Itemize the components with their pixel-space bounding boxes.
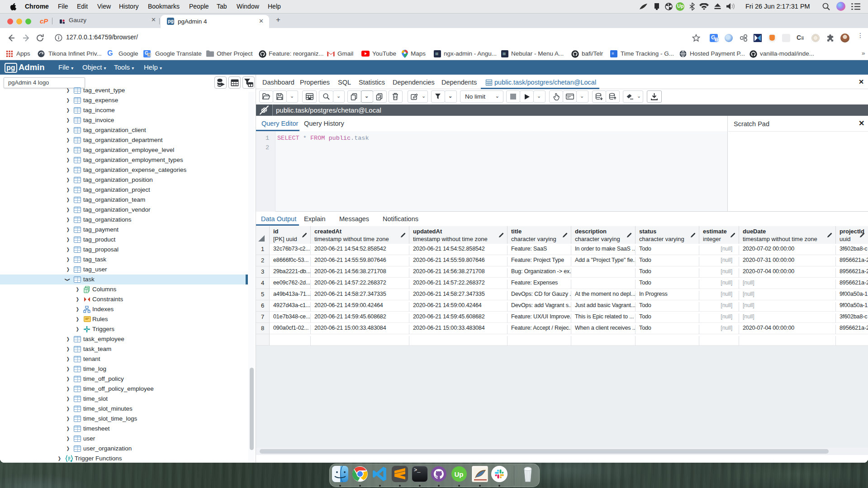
svg-text:Up: Up — [455, 470, 464, 478]
